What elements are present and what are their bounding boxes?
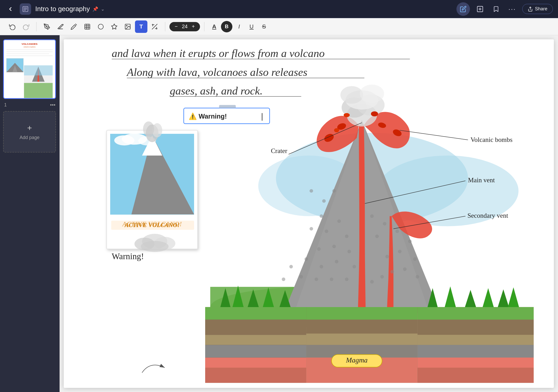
text-color-button[interactable]: A [209,21,220,32]
svg-text:Along with lava, volcanoes als: Along with lava, volcanoes also releases [126,66,307,78]
magic-tool-button[interactable] [148,20,161,33]
page-canvas[interactable]: and lava when it erupts or flows from a … [64,39,554,388]
svg-point-95 [340,86,363,104]
document-title: Intro to geography 📌 ⌄ [35,5,105,13]
svg-marker-12 [111,24,117,29]
svg-point-157 [390,270,394,274]
svg-point-11 [98,24,103,29]
svg-point-152 [398,250,402,253]
svg-point-96 [360,85,384,103]
header-left: Intro to geography 📌 ⌄ [5,3,452,15]
svg-point-58 [141,241,168,252]
canvas-content: and lava when it erupts or flows from a … [64,39,554,388]
svg-rect-69 [205,345,306,358]
toolbar: T − 24 + A B I U S [0,18,558,35]
svg-rect-77 [417,358,534,368]
back-button[interactable] [5,4,16,14]
svg-point-51 [143,121,154,137]
main-content: VOLCANOES volcanic eruptions [0,35,558,392]
selection-tool-button[interactable] [81,20,94,33]
svg-line-9 [76,24,77,25]
svg-point-135 [317,247,321,251]
add-page-plus-icon: + [27,123,32,133]
svg-point-146 [282,278,285,281]
svg-point-8 [46,26,47,27]
svg-rect-76 [417,345,534,358]
svg-text:Main vent: Main vent [468,176,495,184]
share-button[interactable]: Share [522,4,553,14]
svg-point-130 [337,219,341,223]
pencil-tool-button[interactable] [68,20,80,33]
strikethrough-icon: S [262,23,266,30]
font-size-plus-button[interactable]: + [190,23,197,30]
lasso-tool-button[interactable] [95,20,107,33]
text-format-group: A B I U S [209,21,270,32]
svg-text:Secondary vent: Secondary vent [468,212,508,219]
share-label: Share [535,6,547,12]
svg-point-156 [416,275,419,279]
bookmark-button[interactable] [490,3,502,15]
bold-icon: B [225,24,228,30]
doc-icon [20,3,31,15]
text-tool-icon: T [139,23,143,30]
svg-point-154 [413,257,417,261]
strikethrough-button[interactable]: S [258,21,270,32]
svg-text:ACTIVE VOLCANO!: ACTIVE VOLCANO! [124,222,180,228]
svg-text:VOLCANOES: VOLCANOES [22,42,38,45]
svg-point-159 [370,280,374,284]
svg-point-147 [370,214,374,218]
svg-point-139 [320,265,323,268]
svg-text:Crater: Crater [271,147,288,154]
redo-button[interactable] [20,20,32,33]
svg-text:Magma: Magma [346,356,368,364]
svg-point-158 [380,275,384,279]
page-thumbnail-1[interactable]: VOLCANOES volcanic eruptions [3,39,56,99]
svg-point-128 [332,189,336,193]
svg-rect-27 [24,83,53,98]
eraser-button[interactable] [54,20,67,33]
font-size-minus-button[interactable]: − [173,23,180,30]
svg-rect-10 [85,24,90,29]
svg-rect-70 [205,358,306,368]
svg-point-151 [408,239,412,243]
canvas-area[interactable]: and lava when it erupts or flows from a … [60,35,558,392]
font-size-value: 24 [181,24,189,30]
more-options-button[interactable]: ··· [506,3,518,15]
svg-point-101 [371,111,378,117]
svg-rect-73 [417,307,534,320]
svg-point-138 [335,260,338,263]
image-tool-button[interactable] [121,20,134,33]
page-more-button[interactable]: ••• [50,102,55,108]
italic-icon: I [238,23,240,30]
pen-tool-button[interactable] [41,20,53,33]
svg-point-141 [289,265,293,268]
svg-rect-39 [219,105,236,108]
svg-text:volcanic eruptions: volcanic eruptions [24,46,36,48]
text-tool-button[interactable]: T [135,20,147,33]
svg-point-143 [314,278,318,281]
pin-icon: 📌 [92,6,98,12]
text-color-icon: A [212,23,216,30]
svg-rect-74 [417,320,534,335]
svg-point-145 [345,278,348,281]
svg-rect-67 [205,320,306,335]
page-thumb-inner: VOLCANOES volcanic eruptions [4,40,55,98]
svg-rect-75 [417,335,534,345]
page-number: 1 [4,102,7,108]
add-page-button[interactable]: + Add page [3,111,56,153]
bold-button[interactable]: B [221,21,232,32]
star-tool-button[interactable] [108,20,120,33]
header-right: ··· Share [456,2,553,16]
title-text: Intro to geography [35,5,90,13]
italic-button[interactable]: I [233,21,245,32]
svg-point-126 [310,189,313,193]
svg-point-153 [385,255,389,258]
underline-button[interactable]: U [246,21,257,32]
undo-redo-group [6,20,32,33]
pencil-mode-button[interactable] [456,2,470,16]
svg-text:gases, ash, and rock.: gases, ash, and rock. [170,85,263,97]
dropdown-arrow-icon[interactable]: ⌄ [101,6,105,12]
undo-button[interactable] [6,20,19,33]
add-page-header-button[interactable] [474,3,486,15]
svg-text:and lava  when it erupts or fl: and lava when it erupts or flows from a … [112,47,325,59]
